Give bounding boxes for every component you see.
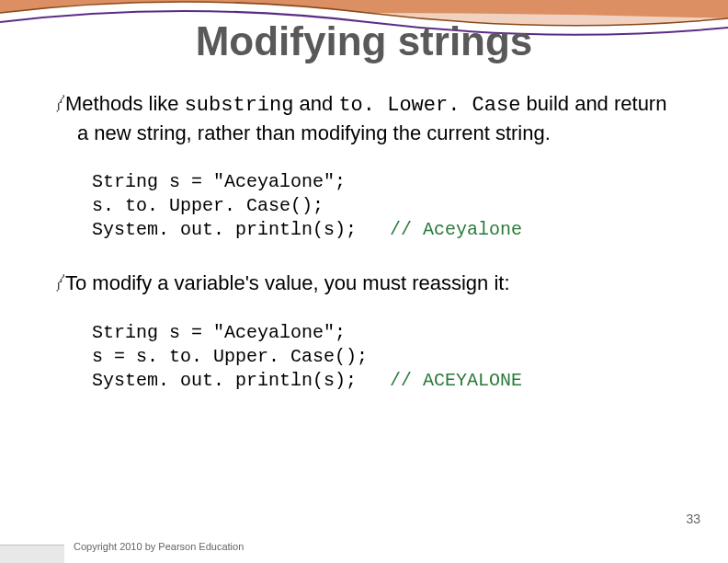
code1-l1: String s = "Aceyalone"; (92, 171, 346, 192)
code1-l2: s. to. Upper. Case(); (92, 195, 324, 216)
para1-code1: substring (185, 94, 294, 117)
page-number: 33 (686, 511, 700, 526)
para1-mid1: and (293, 92, 338, 115)
svg-rect-1 (0, 545, 64, 546)
copyright-footer: Copyright 2010 by Pearson Education (74, 541, 244, 552)
code2-l2: s = s. to. Upper. Case(); (92, 346, 368, 367)
bullet-symbol-2: ༼ (55, 271, 65, 294)
bullet-1: ༼Methods like substring and to. Lower. C… (55, 90, 673, 146)
code2-l3a: System. out. println(s); (92, 370, 390, 391)
svg-rect-0 (0, 545, 64, 563)
bullet-2: ༼To modify a variable's value, you must … (55, 270, 673, 297)
slide-title: Modifying strings (55, 18, 673, 64)
code1-comment: // Aceyalone (390, 219, 522, 240)
slide-content: Modifying strings ༼Methods like substrin… (55, 18, 673, 420)
footer-corner-decoration (0, 526, 64, 563)
para1-pre: Methods like (65, 92, 185, 115)
code-block-1: String s = "Aceyalone"; s. to. Upper. Ca… (92, 170, 673, 242)
para2-text: To modify a variable's value, you must r… (65, 271, 510, 294)
code-block-2: String s = "Aceyalone"; s = s. to. Upper… (92, 321, 673, 393)
bullet-symbol: ༼ (55, 92, 65, 115)
code2-l1: String s = "Aceyalone"; (92, 322, 346, 343)
code1-l3a: System. out. println(s); (92, 219, 390, 240)
code2-comment: // ACEYALONE (390, 370, 522, 391)
para1-code2: to. Lower. Case (338, 94, 520, 117)
